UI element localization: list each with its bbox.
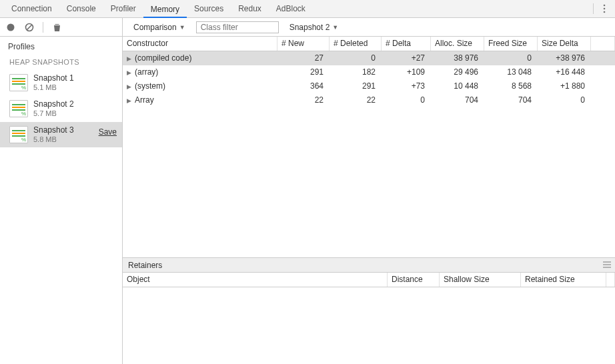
tab-sources[interactable]: Sources	[187, 0, 231, 18]
table-row[interactable]: ▶(array) 291 182 +109 29 496 13 048 +16 …	[123, 65, 615, 79]
expand-icon[interactable]: ▶	[127, 69, 135, 76]
base-snapshot-dropdown[interactable]: Snapshot 2 ▼	[284, 23, 344, 32]
divider	[593, 3, 594, 14]
expand-icon[interactable]: ▶	[127, 55, 135, 62]
cell-deleted: 0	[330, 51, 382, 65]
col-retained-size[interactable]: Retained Size	[521, 273, 606, 287]
col-distance[interactable]: Distance	[388, 273, 440, 287]
tab-profiler[interactable]: Profiler	[103, 0, 143, 18]
cell-delta: +73	[382, 79, 431, 93]
cell-new: 291	[277, 65, 330, 79]
clear-icon[interactable]	[21, 20, 37, 35]
svg-point-2	[604, 11, 606, 13]
constructor-name: Array	[135, 95, 154, 105]
col-constructor[interactable]: Constructor	[123, 37, 277, 51]
profiles-heading: Profiles	[0, 37, 122, 58]
constructor-name: (compiled code)	[135, 53, 191, 63]
cell-new: 364	[277, 79, 330, 93]
cell-delta: 0	[382, 93, 431, 107]
col-new[interactable]: # New	[277, 37, 330, 51]
dropdown-icon: ▼	[332, 24, 338, 31]
cell-freed: 0	[484, 51, 538, 65]
retainers-body[interactable]	[123, 287, 615, 364]
main-panel: Comparison ▼ Snapshot 2 ▼ Constructor # …	[123, 18, 615, 364]
view-mode-label: Comparison	[133, 23, 177, 32]
snapshot-size: 5.1 MB	[33, 83, 74, 93]
dropdown-icon: ▼	[179, 24, 185, 31]
table-row[interactable]: ▶Array 22 22 0 704 704 0	[123, 93, 615, 107]
constructor-name: (system)	[135, 81, 165, 91]
tab-connection[interactable]: Connection	[4, 0, 59, 18]
snapshot-size: 5.7 MB	[33, 109, 74, 119]
col-shallow-size[interactable]: Shallow Size	[440, 273, 521, 287]
snapshot-icon	[9, 100, 28, 117]
snapshot-name: Snapshot 3	[33, 125, 74, 135]
snapshot-item[interactable]: Snapshot 3 5.8 MB Save	[0, 122, 122, 148]
menu-icon[interactable]	[603, 261, 611, 270]
cell-delta: +109	[382, 65, 431, 79]
profiles-toolbar	[0, 18, 122, 37]
col-alloc-size[interactable]: Alloc. Size	[431, 37, 484, 51]
constructor-name: (array)	[135, 67, 158, 77]
grid-header: Constructor # New # Deleted # Delta Allo…	[123, 37, 615, 51]
cell-freed: 704	[484, 93, 538, 107]
snapshot-name: Snapshot 2	[33, 99, 74, 109]
cell-deleted: 182	[330, 65, 382, 79]
divider	[43, 22, 43, 33]
cell-freed: 13 048	[484, 65, 538, 79]
retainers-header: Object Distance Shallow Size Retained Si…	[123, 273, 615, 287]
cell-alloc: 38 976	[431, 51, 484, 65]
svg-line-5	[27, 25, 32, 29]
comparison-toolbar: Comparison ▼ Snapshot 2 ▼	[123, 18, 615, 37]
tab-memory[interactable]: Memory	[143, 0, 187, 18]
svg-point-3	[7, 23, 15, 31]
snapshot-size: 5.8 MB	[33, 135, 74, 145]
tab-adblock[interactable]: AdBlock	[269, 0, 313, 18]
more-icon[interactable]	[596, 4, 612, 13]
retainers-title: Retainers	[128, 261, 162, 270]
snapshot-icon	[9, 126, 28, 143]
cell-alloc: 10 448	[431, 79, 484, 93]
sidebar: Profiles HEAP SNAPSHOTS Snapshot 1 5.1 M…	[0, 18, 123, 364]
col-freed-size[interactable]: Freed Size	[484, 37, 538, 51]
heap-snapshots-heading: HEAP SNAPSHOTS	[0, 58, 122, 70]
table-row[interactable]: ▶(system) 364 291 +73 10 448 8 568 +1 88…	[123, 79, 615, 93]
view-mode-dropdown[interactable]: Comparison ▼	[128, 23, 191, 32]
col-deleted[interactable]: # Deleted	[330, 37, 382, 51]
comparison-grid: Constructor # New # Deleted # Delta Allo…	[123, 37, 615, 364]
tab-redux[interactable]: Redux	[231, 0, 269, 18]
cell-delta: +27	[382, 51, 431, 65]
cell-freed: 8 568	[484, 79, 538, 93]
col-scroll-spacer	[606, 273, 615, 287]
class-filter-input[interactable]	[196, 21, 279, 33]
expand-icon[interactable]: ▶	[127, 97, 135, 104]
col-delta[interactable]: # Delta	[382, 37, 431, 51]
snapshot-name: Snapshot 1	[33, 73, 74, 83]
trash-icon[interactable]	[49, 20, 65, 35]
cell-deleted: 291	[330, 79, 382, 93]
cell-size-delta: +16 448	[538, 65, 591, 79]
record-icon[interactable]	[3, 20, 19, 35]
tab-console[interactable]: Console	[59, 0, 103, 18]
cell-new: 27	[277, 51, 330, 65]
cell-deleted: 22	[330, 93, 382, 107]
save-link[interactable]: Save	[99, 127, 117, 137]
cell-new: 22	[277, 93, 330, 107]
expand-icon[interactable]: ▶	[127, 83, 135, 90]
svg-point-1	[604, 8, 606, 10]
cell-size-delta: 0	[538, 93, 591, 107]
svg-point-0	[604, 5, 606, 7]
cell-size-delta: +38 976	[538, 51, 591, 65]
snapshot-item[interactable]: Snapshot 1 5.1 MB	[0, 70, 122, 96]
cell-size-delta: +1 880	[538, 79, 591, 93]
retainers-panel: Retainers Object Distance Shallow Size R…	[123, 257, 615, 364]
snapshot-item[interactable]: Snapshot 2 5.7 MB	[0, 96, 122, 122]
col-scroll-spacer	[591, 37, 615, 51]
table-row[interactable]: ▶(compiled code) 27 0 +27 38 976 0 +38 9…	[123, 51, 615, 65]
cell-alloc: 704	[431, 93, 484, 107]
snapshot-icon	[9, 74, 28, 91]
col-size-delta[interactable]: Size Delta	[538, 37, 591, 51]
col-object[interactable]: Object	[123, 273, 388, 287]
cell-alloc: 29 496	[431, 65, 484, 79]
grid-body[interactable]: ▶(compiled code) 27 0 +27 38 976 0 +38 9…	[123, 51, 615, 257]
